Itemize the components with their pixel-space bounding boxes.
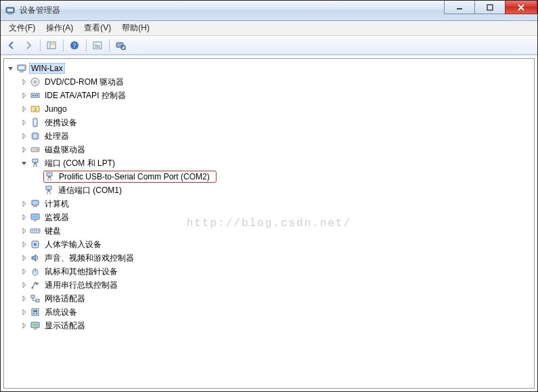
tree-item-label[interactable]: 监视器 xyxy=(43,211,71,224)
computer-small-icon xyxy=(30,198,41,209)
tree-row[interactable]: 键盘 xyxy=(20,224,531,238)
expand-icon[interactable] xyxy=(20,295,28,303)
tree-item-label[interactable]: 声音、视频和游戏控制器 xyxy=(43,252,136,265)
tree-row[interactable]: 磁盘驱动器 xyxy=(20,143,531,156)
tree-item-label[interactable]: 通信端口 (COM1) xyxy=(56,184,124,197)
back-button[interactable] xyxy=(3,38,20,53)
tree-item-label[interactable]: 键盘 xyxy=(43,225,63,238)
tree-row[interactable]: DVD/CD-ROM 驱动器 xyxy=(20,75,531,89)
svg-rect-13 xyxy=(95,47,100,47)
menu-action[interactable]: 操作(A) xyxy=(41,21,79,35)
window-controls xyxy=(444,1,537,20)
close-button[interactable] xyxy=(505,1,537,14)
expand-icon[interactable] xyxy=(20,281,28,289)
jungo-icon: J xyxy=(30,104,41,114)
expand-icon[interactable] xyxy=(20,240,28,248)
tree-row[interactable]: 鼠标和其他指针设备 xyxy=(20,265,531,278)
expand-icon[interactable] xyxy=(20,254,28,262)
help-button[interactable]: ? xyxy=(66,38,83,53)
tree-item-label[interactable]: Prolific USB-to-Serial Comm Port (COM2) xyxy=(57,171,212,182)
tree-row[interactable]: 计算机 xyxy=(20,197,531,211)
tree-item-label[interactable]: 处理器 xyxy=(43,130,71,143)
expand-icon[interactable] xyxy=(20,200,28,208)
scan-hardware-button[interactable] xyxy=(112,38,129,53)
svg-rect-57 xyxy=(34,220,37,221)
svg-rect-4 xyxy=(487,5,493,10)
svg-rect-5 xyxy=(47,42,55,49)
tree-item-label[interactable]: DVD/CD-ROM 驱动器 xyxy=(43,76,126,89)
tree-item: JJungo xyxy=(20,102,531,116)
minimize-button[interactable] xyxy=(444,1,475,14)
tree-item: Prolific USB-to-Serial Comm Port (COM2) xyxy=(34,170,531,183)
toolbar-separator xyxy=(63,39,64,51)
expand-icon[interactable] xyxy=(20,227,28,235)
tree-row[interactable]: WIN-Lax xyxy=(7,62,531,75)
titlebar: 设备管理器 xyxy=(1,1,537,21)
expand-icon[interactable] xyxy=(20,213,28,221)
svg-rect-7 xyxy=(51,43,55,45)
tree-row[interactable]: 通信端口 (COM1) xyxy=(34,183,531,197)
svg-rect-46 xyxy=(48,176,51,178)
usb-icon xyxy=(30,280,41,290)
tree-item-label[interactable]: WIN-Lax xyxy=(29,63,65,74)
tree-row[interactable]: 系统设备 xyxy=(20,305,531,319)
tree-item-label[interactable]: 网络适配器 xyxy=(43,292,87,305)
tree-row[interactable]: 人体学输入设备 xyxy=(20,238,531,251)
tree-row[interactable]: 网络适配器 xyxy=(20,292,531,305)
expand-icon[interactable] xyxy=(20,78,28,86)
expand-icon[interactable] xyxy=(20,322,28,330)
tree-pane[interactable]: http://blog.csdn.net/ WIN-LaxDVD/CD-ROM … xyxy=(3,58,535,389)
expand-icon[interactable] xyxy=(20,267,28,276)
menu-file[interactable]: 文件(F) xyxy=(3,21,41,35)
show-hide-tree-button[interactable] xyxy=(43,38,60,53)
svg-point-64 xyxy=(34,243,37,246)
port-icon xyxy=(30,158,41,169)
tree-item-label[interactable]: 计算机 xyxy=(43,198,71,211)
properties-button[interactable] xyxy=(89,38,106,53)
svg-rect-14 xyxy=(116,43,123,47)
tree-row[interactable]: Prolific USB-to-Serial Comm Port (COM2) xyxy=(34,170,531,183)
tree-item-label[interactable]: 人体学输入设备 xyxy=(43,238,104,251)
tree-row[interactable]: 监视器 xyxy=(20,211,531,224)
collapse-icon[interactable] xyxy=(7,64,15,72)
svg-rect-73 xyxy=(33,310,37,312)
tree-item-label[interactable]: 系统设备 xyxy=(43,306,79,319)
forward-button[interactable] xyxy=(20,38,37,53)
tree-item-label[interactable]: 通用串行总线控制器 xyxy=(43,279,120,292)
tree-row[interactable]: JJungo xyxy=(20,102,531,116)
network-icon xyxy=(30,293,41,304)
svg-rect-11 xyxy=(95,43,97,45)
expand-icon[interactable] xyxy=(20,118,28,127)
tree-item-label[interactable]: 鼠标和其他指针设备 xyxy=(43,265,120,278)
tree-item-label[interactable]: 便携设备 xyxy=(43,116,79,129)
highlighted-device: Prolific USB-to-Serial Comm Port (COM2) xyxy=(43,171,217,183)
tree-row[interactable]: 处理器 xyxy=(20,129,531,143)
tree-item-label[interactable]: Jungo xyxy=(43,104,69,114)
tree-item-label[interactable]: 端口 (COM 和 LPT) xyxy=(43,157,117,170)
tree-row[interactable]: 显示适配器 xyxy=(20,319,531,332)
sound-icon xyxy=(30,253,41,263)
tree-row[interactable]: 声音、视频和游戏控制器 xyxy=(20,251,531,265)
expand-icon[interactable] xyxy=(20,308,28,316)
svg-rect-71 xyxy=(36,299,39,302)
tree-item-label[interactable]: IDE ATA/ATAPI 控制器 xyxy=(43,89,128,102)
tree-row[interactable]: IDE ATA/ATAPI 控制器 xyxy=(20,89,531,102)
expand-icon[interactable] xyxy=(20,132,28,140)
expand-icon[interactable] xyxy=(20,91,28,100)
tree-item-label[interactable]: 显示适配器 xyxy=(43,320,87,332)
maximize-button[interactable] xyxy=(474,1,506,14)
tree-item: 键盘 xyxy=(20,224,531,238)
tree-item: 网络适配器 xyxy=(20,292,531,305)
disk-icon xyxy=(30,144,41,155)
menu-help[interactable]: 帮助(H) xyxy=(116,21,155,35)
tree-item: 系统设备 xyxy=(20,305,531,319)
expand-icon[interactable] xyxy=(20,146,28,154)
expand-icon[interactable] xyxy=(20,105,28,113)
tree-item-label[interactable]: 磁盘驱动器 xyxy=(43,144,87,156)
svg-rect-56 xyxy=(32,215,38,218)
tree-row[interactable]: 通用串行总线控制器 xyxy=(20,278,531,292)
tree-row[interactable]: 端口 (COM 和 LPT) xyxy=(20,156,531,170)
tree-row[interactable]: 便携设备 xyxy=(20,116,531,129)
collapse-icon[interactable] xyxy=(20,159,28,167)
menu-view[interactable]: 查看(V) xyxy=(79,21,116,35)
